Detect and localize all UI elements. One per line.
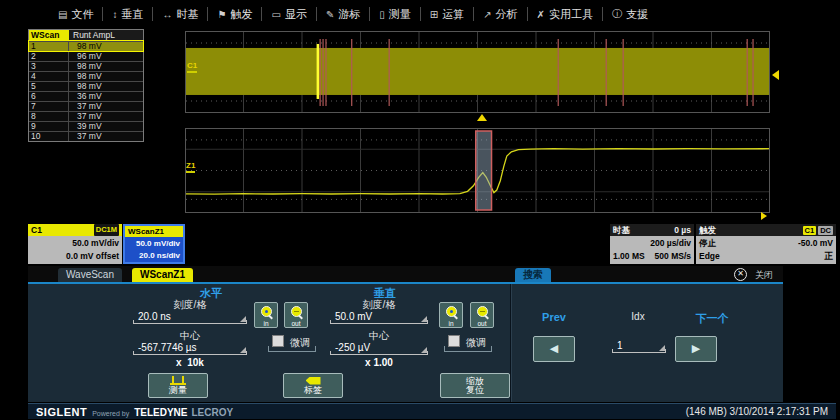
prev-button[interactable]: ◀ bbox=[533, 336, 575, 362]
trigger-coupling-badge: DC bbox=[818, 226, 833, 235]
h-scale-value: 20.0 ns bbox=[138, 311, 171, 322]
menu-separator bbox=[316, 7, 317, 21]
measure-button[interactable]: 测量 bbox=[148, 373, 208, 398]
table-row[interactable]: 398 mV bbox=[29, 61, 143, 71]
menu-item-label: 分析 bbox=[496, 7, 518, 22]
trigger-descriptor[interactable]: 触发 C1DC 停止 -50.0 mV Edge 正 bbox=[696, 224, 836, 264]
timebase-descriptor[interactable]: 时基 0 µs 200 µs/div 1.00 MS 500 MS/s bbox=[610, 224, 694, 264]
menu-item-label: 触发 bbox=[230, 7, 252, 22]
timebase-title: 时基 bbox=[613, 224, 630, 236]
channel-c1-label: C1 bbox=[187, 61, 197, 73]
wavescan-dialog: WaveScan WScanZ1 搜索 ✕ 关闭 水平 刻度/格 20.0 ns… bbox=[28, 266, 783, 402]
trigger-position-marker-icon[interactable] bbox=[477, 114, 487, 121]
zoom-reset-button[interactable]: 缩放 复位 bbox=[440, 373, 510, 398]
h-fine-bracket bbox=[268, 346, 316, 352]
timebase-icon: ↔ bbox=[162, 9, 172, 20]
table-row[interactable]: 598 mV bbox=[29, 81, 143, 91]
c1-title: C1 bbox=[31, 224, 42, 236]
menu-item-11[interactable]: ⓘ支援 bbox=[606, 7, 654, 22]
v-zoom-out-button[interactable]: out bbox=[470, 302, 494, 328]
cursor-icon: ✎ bbox=[326, 9, 334, 20]
h-scale-field[interactable]: 20.0 ns bbox=[133, 310, 247, 324]
channel-c1-descriptor[interactable]: C1 DC1M 50.0 mV/div 0.0 mV offset bbox=[28, 224, 122, 264]
menu-item-label: 垂直 bbox=[121, 7, 143, 22]
close-label[interactable]: 关闭 bbox=[755, 269, 773, 282]
h-center-field[interactable]: -567.7746 µs bbox=[133, 341, 247, 355]
menu-item-10[interactable]: ✗实用工具 bbox=[531, 7, 599, 22]
menu-item-7[interactable]: ▯测量 bbox=[373, 7, 417, 22]
tab-search[interactable]: 搜索 bbox=[515, 268, 551, 282]
idx-label: Idx bbox=[608, 311, 668, 322]
idx-field[interactable]: 1 bbox=[612, 339, 666, 353]
row-index: 6 bbox=[29, 92, 69, 101]
menu-item-6[interactable]: ✎游标 bbox=[320, 7, 366, 22]
row-value: 96 mV bbox=[69, 52, 143, 61]
label-button-label: 标签 bbox=[304, 386, 322, 395]
menu-item-9[interactable]: ↗分析 bbox=[477, 7, 523, 22]
adjust-triangle-icon bbox=[421, 316, 427, 322]
wscanz1-descriptor[interactable]: WScanZ1 50.0 mV/div 20.0 ns/div bbox=[123, 224, 185, 264]
zoom-position-marker-icon bbox=[761, 212, 767, 220]
math-icon: ⊞ bbox=[430, 9, 438, 20]
row-index: 9 bbox=[29, 122, 69, 131]
menu-item-1[interactable]: ▤文件 bbox=[52, 7, 99, 22]
trigger-level-marker-icon[interactable] bbox=[772, 70, 779, 80]
trigger-mode: 停止 bbox=[699, 237, 716, 250]
adjust-triangle-icon bbox=[240, 316, 246, 322]
teledyne-logo: TELEDYNE bbox=[134, 407, 187, 418]
menu-separator bbox=[261, 7, 262, 21]
v-zoom-in-button[interactable]: in bbox=[439, 302, 463, 328]
h-center-value: -567.7746 µs bbox=[138, 342, 197, 353]
c1-offset: 0.0 mV offset bbox=[66, 250, 119, 263]
h-out-label: out bbox=[285, 320, 307, 327]
h-zoom-in-button[interactable]: in bbox=[254, 302, 278, 328]
next-label: 下一个 bbox=[676, 311, 748, 326]
row-index: 4 bbox=[29, 72, 69, 81]
siglent-logo: SIGLENT bbox=[36, 406, 87, 418]
tab-wscanz1[interactable]: WScanZ1 bbox=[132, 268, 193, 282]
zoom-waveform-grid[interactable]: Z1 bbox=[185, 128, 770, 213]
table-row[interactable]: 1037 mV bbox=[29, 131, 143, 141]
table-row[interactable]: 636 mV bbox=[29, 91, 143, 101]
menu-separator bbox=[102, 7, 103, 21]
row-value: 36 mV bbox=[69, 92, 143, 101]
table-row[interactable]: 737 mV bbox=[29, 101, 143, 111]
next-arrow-icon: ▶ bbox=[692, 342, 700, 354]
menu-item-3[interactable]: ↔时基 bbox=[156, 7, 204, 22]
table-row[interactable]: 198 mV bbox=[29, 41, 143, 51]
menu-item-5[interactable]: ▭显示 bbox=[265, 7, 312, 22]
timebase-delay: 0 µs bbox=[674, 224, 691, 236]
menu-item-8[interactable]: ⊞运算 bbox=[424, 7, 470, 22]
timebase-memory: 1.00 MS bbox=[613, 250, 645, 263]
magnifier-in-icon bbox=[261, 306, 272, 317]
adjust-triangle-icon bbox=[421, 347, 427, 353]
tab-wavescan[interactable]: WaveScan bbox=[58, 268, 122, 282]
menu-separator bbox=[527, 7, 528, 21]
menu-separator bbox=[602, 7, 603, 21]
next-button[interactable]: ▶ bbox=[675, 336, 717, 362]
results-col-runt-ampl: Runt AmpL bbox=[69, 30, 143, 41]
table-row[interactable]: 296 mV bbox=[29, 51, 143, 61]
h-zoom-out-button[interactable]: out bbox=[284, 302, 308, 328]
v-center-field[interactable]: -250 µV bbox=[330, 341, 428, 355]
menu-item-2[interactable]: ↕垂直 bbox=[106, 7, 149, 22]
timebase-samplerate: 500 MS/s bbox=[655, 250, 691, 263]
v-scale-value: 50.0 mV bbox=[335, 311, 372, 322]
table-row[interactable]: 939 mV bbox=[29, 121, 143, 131]
timebase-scale: 200 µs/div bbox=[650, 237, 691, 250]
table-row[interactable]: 837 mV bbox=[29, 111, 143, 121]
main-waveform-grid[interactable]: C1 bbox=[185, 31, 770, 113]
close-icon[interactable]: ✕ bbox=[734, 268, 747, 281]
c1-coupling-badge: DC1M bbox=[94, 224, 119, 236]
memory-and-clock: (146 MB) 3/10/2014 2:17:31 PM bbox=[686, 406, 828, 417]
menu-separator bbox=[473, 7, 474, 21]
label-button[interactable]: 标签 bbox=[283, 373, 343, 398]
measure-button-label: 测量 bbox=[169, 386, 187, 395]
v-scale-field[interactable]: 50.0 mV bbox=[330, 310, 428, 324]
row-value: 37 mV bbox=[69, 132, 143, 141]
prev-arrow-icon: ◀ bbox=[550, 342, 558, 354]
oscilloscope-screen: ▤文件↕垂直↔时基⚑触发▭显示✎游标▯测量⊞运算↗分析✗实用工具ⓘ支援 WSca… bbox=[0, 0, 840, 420]
table-row[interactable]: 498 mV bbox=[29, 71, 143, 81]
menu-separator bbox=[207, 7, 208, 21]
menu-item-4[interactable]: ⚑触发 bbox=[211, 7, 258, 22]
